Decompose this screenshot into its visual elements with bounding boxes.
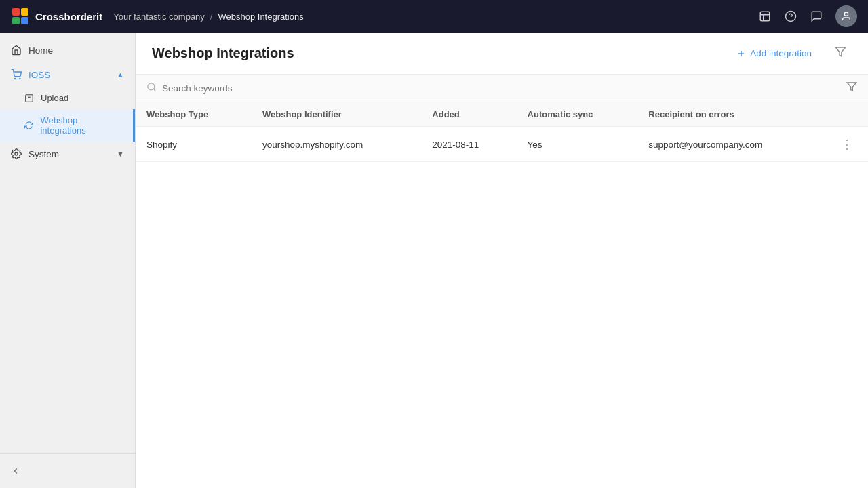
svg-point-10 xyxy=(14,78,15,79)
logo-icon xyxy=(11,7,30,26)
cell-webshop-identifier: yourshop.myshopify.com xyxy=(252,127,421,162)
plus-icon xyxy=(736,49,746,58)
svg-point-9 xyxy=(844,12,848,16)
sidebar-item-home[interactable]: Home xyxy=(0,38,135,62)
col-actions xyxy=(826,102,868,127)
search-filter-icon[interactable] xyxy=(846,81,857,95)
svg-rect-1 xyxy=(21,8,28,16)
sidebar-upload-label: Upload xyxy=(41,93,68,103)
cell-recipient: support@yourcompany.com xyxy=(637,127,826,162)
add-integration-button[interactable]: Add integration xyxy=(730,44,818,62)
sidebar-bottom xyxy=(0,453,135,488)
app-logo[interactable]: Crossborderit xyxy=(11,7,102,26)
table-header-row: Webshop Type Webshop Identifier Added Au… xyxy=(136,102,868,127)
cell-auto-sync: Yes xyxy=(517,127,638,162)
col-automatic-sync: Automatic sync xyxy=(517,102,638,127)
sync-icon xyxy=(24,121,33,130)
search-input[interactable] xyxy=(162,83,840,94)
topnav-icons xyxy=(758,5,857,27)
col-webshop-type: Webshop Type xyxy=(136,102,252,127)
svg-point-18 xyxy=(148,83,155,90)
sidebar-system-section[interactable]: System ▼ xyxy=(0,142,135,166)
search-input-wrap xyxy=(146,82,840,94)
shopping-icon xyxy=(11,69,22,80)
top-navigation: Crossborderit Your fantastic company / W… xyxy=(0,0,868,33)
system-chevron-down-icon: ▼ xyxy=(117,150,124,158)
ioss-chevron-up-icon: ▲ xyxy=(117,70,124,79)
svg-marker-17 xyxy=(835,47,845,56)
integrations-table: Webshop Type Webshop Identifier Added Au… xyxy=(136,102,868,162)
sidebar-webshop-label: Webshop integrations xyxy=(40,115,122,136)
breadcrumb-company: Your fantastic company xyxy=(113,12,205,22)
table-wrap: Webshop Type Webshop Identifier Added Au… xyxy=(136,102,868,488)
search-icon xyxy=(146,82,157,94)
breadcrumb: Your fantastic company / Webshop Integra… xyxy=(113,12,747,22)
col-added: Added xyxy=(421,102,516,127)
sidebar-ioss-section[interactable]: IOSS ▲ xyxy=(0,62,135,87)
col-webshop-identifier: Webshop Identifier xyxy=(252,102,421,127)
row-menu-button[interactable]: ⋮ xyxy=(837,136,857,153)
sidebar-webshop-integrations[interactable]: Webshop integrations xyxy=(0,109,135,142)
chevron-left-icon xyxy=(11,466,20,476)
messages-icon[interactable] xyxy=(810,9,823,23)
table-row: Shopify yourshop.myshopify.com 2021-08-1… xyxy=(136,127,868,162)
help-icon[interactable] xyxy=(784,9,797,23)
upload-icon xyxy=(24,94,34,103)
settings-icon xyxy=(11,148,22,159)
cell-actions: ⋮ xyxy=(826,127,868,162)
svg-rect-2 xyxy=(12,17,20,24)
sidebar-ioss-label: IOSS xyxy=(28,70,50,80)
collapse-sidebar-button[interactable] xyxy=(11,462,124,480)
avatar[interactable] xyxy=(835,5,857,27)
table-header: Webshop Type Webshop Identifier Added Au… xyxy=(136,102,868,127)
page-title: Webshop Integrations xyxy=(152,45,719,61)
add-integration-label: Add integration xyxy=(750,48,812,58)
breadcrumb-separator: / xyxy=(210,12,213,22)
svg-rect-3 xyxy=(21,17,28,24)
main-header: Webshop Integrations Add integration xyxy=(136,33,868,75)
sidebar-home-label: Home xyxy=(28,45,53,56)
app-name: Crossborderit xyxy=(35,11,102,22)
layout: Home IOSS ▲ Upload Webshop integrations … xyxy=(0,33,868,488)
svg-rect-4 xyxy=(760,12,770,21)
sidebar: Home IOSS ▲ Upload Webshop integrations … xyxy=(0,33,136,488)
svg-rect-12 xyxy=(26,94,33,102)
cell-webshop-type: Shopify xyxy=(136,127,252,162)
col-recipient: Receipient on errors xyxy=(637,102,826,127)
search-bar xyxy=(136,75,868,102)
svg-rect-0 xyxy=(12,8,20,16)
cell-added: 2021-08-11 xyxy=(421,127,516,162)
sidebar-upload[interactable]: Upload xyxy=(0,87,135,109)
svg-point-11 xyxy=(20,78,20,79)
svg-marker-20 xyxy=(847,83,856,91)
svg-point-14 xyxy=(15,152,18,155)
table-body: Shopify yourshop.myshopify.com 2021-08-1… xyxy=(136,127,868,162)
main-content: Webshop Integrations Add integration xyxy=(136,33,868,488)
notifications-icon[interactable] xyxy=(758,9,772,23)
svg-line-19 xyxy=(153,89,155,91)
breadcrumb-current: Webshop Integrations xyxy=(218,12,303,22)
sidebar-system-label: System xyxy=(28,149,59,159)
home-icon xyxy=(11,45,22,56)
filter-icon[interactable] xyxy=(829,43,852,63)
